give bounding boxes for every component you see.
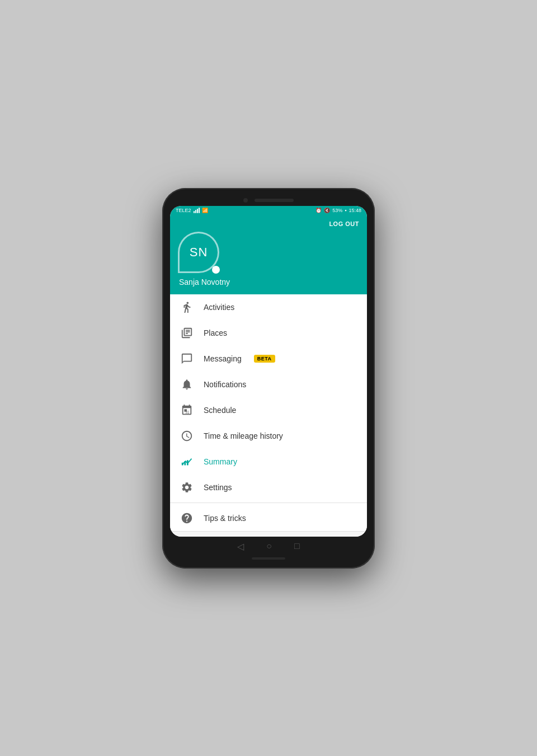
menu-item-notifications[interactable]: Notifications	[170, 372, 367, 397]
notifications-icon	[179, 378, 195, 391]
home-button[interactable]: ○	[266, 541, 272, 551]
user-name: Sanja Novotny	[178, 278, 359, 287]
phone-frame: TELE2 📶 ⏰ 🔇 53% ▪ 15:48 LOG OUT	[162, 188, 375, 569]
phone-screen: TELE2 📶 ⏰ 🔇 53% ▪ 15:48 LOG OUT	[170, 206, 367, 537]
avatar-section: SN	[178, 232, 359, 273]
phone-bottom-nav: ◁ ○ □	[170, 537, 367, 555]
svg-rect-2	[184, 461, 186, 465]
schedule-label: Schedule	[204, 406, 236, 415]
settings-label: Settings	[204, 483, 232, 492]
summary-label: Summary	[204, 457, 237, 466]
svg-rect-3	[187, 460, 189, 465]
signal-bars	[194, 208, 200, 213]
system-health-bar[interactable]: System health	[170, 531, 367, 537]
schedule-icon: 31	[179, 404, 195, 416]
places-label: Places	[204, 328, 227, 337]
messaging-label: Messaging	[204, 354, 242, 363]
battery-label: 53%	[332, 208, 342, 213]
menu-item-tips[interactable]: Tips & tricks	[170, 505, 367, 531]
app-header: LOG OUT SN Sanja Novotny	[170, 215, 367, 294]
speaker	[255, 199, 294, 202]
tips-label: Tips & tricks	[204, 514, 246, 523]
time-icon	[179, 430, 195, 442]
time-mileage-label: Time & mileage history	[204, 431, 283, 440]
activities-label: Activities	[204, 303, 234, 312]
svg-text:31: 31	[185, 410, 190, 414]
menu-item-messaging[interactable]: Messaging BETA	[170, 346, 367, 372]
phone-top-decoration	[170, 196, 367, 206]
back-button[interactable]: ◁	[237, 541, 244, 552]
logout-button[interactable]: LOG OUT	[329, 220, 359, 227]
avatar-initials: SN	[190, 245, 208, 260]
wifi-icon: 📶	[202, 208, 208, 213]
status-left: TELE2 📶	[176, 208, 208, 213]
svg-rect-1	[182, 462, 183, 465]
avatar: SN	[178, 232, 219, 273]
nav-menu: Activities Places Messaging	[170, 294, 367, 537]
messaging-icon	[179, 353, 195, 365]
recent-button[interactable]: □	[294, 541, 300, 551]
battery-icon: ▪	[345, 208, 346, 213]
menu-item-places[interactable]: Places	[170, 320, 367, 346]
notifications-label: Notifications	[204, 380, 246, 389]
mute-icon: 🔇	[324, 208, 330, 213]
logout-row: LOG OUT	[178, 220, 359, 227]
bottom-strip-line	[252, 557, 285, 560]
alarm-icon: ⏰	[315, 208, 322, 213]
settings-icon	[179, 481, 195, 494]
status-right: ⏰ 🔇 53% ▪ 15:48	[315, 208, 361, 213]
avatar-dot	[212, 266, 220, 274]
phone-bottom-strip	[170, 555, 367, 561]
activities-icon	[179, 301, 195, 313]
places-icon	[179, 327, 195, 339]
camera-dot	[243, 198, 248, 203]
menu-item-time-mileage[interactable]: Time & mileage history	[170, 423, 367, 449]
menu-item-activities[interactable]: Activities	[170, 294, 367, 320]
carrier-label: TELE2	[176, 208, 191, 213]
menu-item-schedule[interactable]: 31 Schedule	[170, 397, 367, 423]
status-bar: TELE2 📶 ⏰ 🔇 53% ▪ 15:48	[170, 206, 367, 215]
tips-icon	[179, 512, 195, 524]
time-label: 15:48	[348, 208, 361, 213]
summary-icon	[179, 456, 195, 468]
menu-item-summary[interactable]: Summary	[170, 449, 367, 475]
menu-divider	[170, 503, 367, 503]
beta-badge: BETA	[254, 355, 275, 363]
menu-item-settings[interactable]: Settings	[170, 475, 367, 500]
